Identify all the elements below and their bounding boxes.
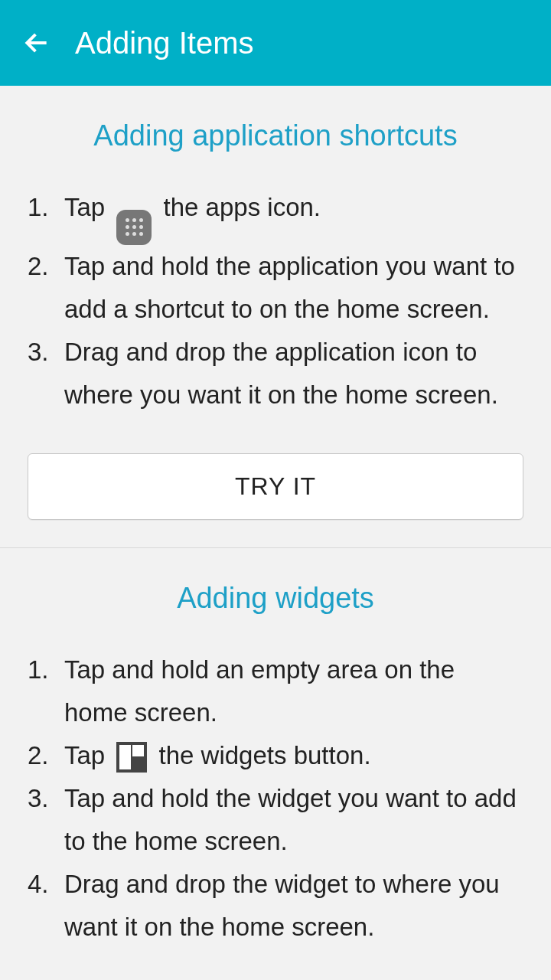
step-item: Tap and hold the application you want to… xyxy=(28,245,523,331)
step-text: Tap and hold the widget you want to add … xyxy=(64,784,517,855)
step-text: Tap and hold the application you want to… xyxy=(64,252,515,323)
step-item: Drag and drop the application icon to wh… xyxy=(28,331,523,416)
page-title: Adding Items xyxy=(75,26,253,60)
widgets-icon xyxy=(116,742,147,773)
step-text-post: the widgets button. xyxy=(159,741,371,769)
arrow-left-icon xyxy=(22,28,51,57)
back-button[interactable] xyxy=(15,21,58,64)
step-text: Tap and hold an empty area on the home s… xyxy=(64,655,455,727)
steps-list: Tap and hold an empty area on the home s… xyxy=(28,648,523,949)
section-title: Adding widgets xyxy=(28,548,523,648)
step-text-post: the apps icon. xyxy=(164,193,321,221)
section-shortcuts: Adding application shortcuts Tap the app… xyxy=(0,86,551,548)
section-widgets: Adding widgets Tap and hold an empty are… xyxy=(0,548,551,980)
step-text: Drag and drop the application icon to wh… xyxy=(64,338,498,409)
step-item: Tap and hold the widget you want to add … xyxy=(28,777,523,863)
steps-list: Tap the apps icon. Tap and hold the appl… xyxy=(28,186,523,416)
try-it-button[interactable]: TRY IT xyxy=(28,453,523,520)
apps-icon xyxy=(116,210,152,245)
toolbar: Adding Items xyxy=(0,0,551,86)
step-text: Drag and drop the widget to where you wa… xyxy=(64,870,500,941)
step-item: Tap and hold an empty area on the home s… xyxy=(28,648,523,734)
content-scroll[interactable]: Adding application shortcuts Tap the app… xyxy=(0,86,551,980)
step-text-pre: Tap xyxy=(64,741,112,769)
step-item: Tap the apps icon. xyxy=(28,186,523,245)
section-title: Adding application shortcuts xyxy=(28,86,523,186)
step-item: Drag and drop the widget to where you wa… xyxy=(28,863,523,949)
step-item: Tap the widgets button. xyxy=(28,734,523,777)
step-text-pre: Tap xyxy=(64,193,112,221)
